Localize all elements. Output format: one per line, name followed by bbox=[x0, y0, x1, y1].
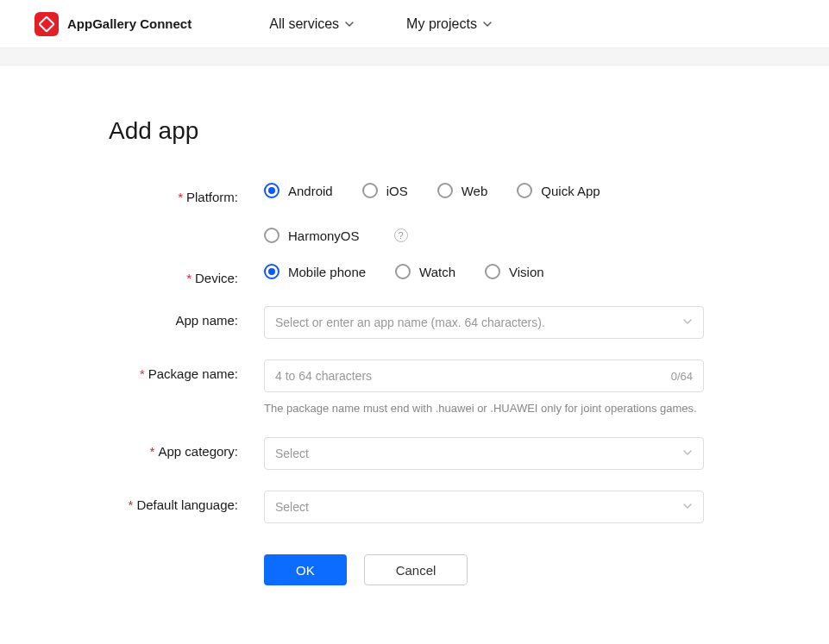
chevron-down-icon bbox=[344, 19, 355, 29]
row-platform: *Platform: Android iOS Web Quick App bbox=[109, 183, 794, 243]
nav-my-projects-label: My projects bbox=[406, 16, 477, 32]
row-device: *Device: Mobile phone Watch Vision bbox=[109, 264, 794, 285]
main-content: Add app *Platform: Android iOS Web bbox=[0, 66, 829, 644]
radio-icon bbox=[437, 183, 453, 198]
label-app-name: App name: bbox=[109, 306, 264, 328]
chevron-down-icon bbox=[682, 316, 693, 329]
nav-all-services[interactable]: All services bbox=[269, 16, 355, 32]
app-name-select[interactable]: Select or enter an app name (max. 64 cha… bbox=[264, 306, 704, 339]
radio-platform-android[interactable]: Android bbox=[264, 183, 333, 198]
package-name-counter: 0/64 bbox=[671, 370, 693, 383]
radio-label: HarmonyOS bbox=[288, 228, 360, 243]
radio-icon bbox=[485, 264, 500, 279]
label-device: *Device: bbox=[109, 264, 264, 285]
nav-all-services-label: All services bbox=[269, 16, 339, 32]
chevron-down-icon bbox=[482, 19, 493, 29]
default-language-select[interactable]: Select bbox=[264, 491, 704, 523]
radio-label: Quick App bbox=[541, 184, 600, 198]
package-name-input[interactable] bbox=[275, 369, 671, 383]
chevron-down-icon bbox=[682, 500, 693, 514]
radio-label: iOS bbox=[386, 184, 408, 198]
label-package-name: *Package name: bbox=[109, 360, 264, 381]
app-category-select[interactable]: Select bbox=[264, 437, 704, 470]
radio-icon bbox=[264, 228, 279, 243]
radio-platform-web[interactable]: Web bbox=[437, 183, 488, 198]
row-buttons: OK Cancel bbox=[109, 544, 794, 585]
default-language-placeholder: Select bbox=[275, 500, 309, 514]
row-package-name: *Package name: 0/64 The package name mus… bbox=[109, 360, 794, 416]
appgallery-logo-icon bbox=[35, 12, 59, 36]
radio-device-watch[interactable]: Watch bbox=[395, 264, 455, 279]
label-platform: *Platform: bbox=[109, 183, 264, 204]
ok-button[interactable]: OK bbox=[264, 554, 347, 585]
row-app-name: App name: Select or enter an app name (m… bbox=[109, 306, 794, 339]
radio-label: Android bbox=[288, 184, 333, 198]
package-name-input-wrapper: 0/64 bbox=[264, 360, 704, 392]
platform-radio-group: Android iOS Web Quick App HarmonyOS bbox=[264, 183, 704, 243]
package-name-hint: The package name must end with .huawei o… bbox=[264, 401, 704, 416]
radio-icon bbox=[517, 183, 532, 198]
label-app-category: *App category: bbox=[109, 437, 264, 459]
help-icon[interactable]: ? bbox=[394, 228, 408, 242]
radio-label: Watch bbox=[419, 265, 455, 279]
radio-icon bbox=[264, 264, 279, 279]
radio-device-vision[interactable]: Vision bbox=[485, 264, 544, 279]
device-radio-group: Mobile phone Watch Vision bbox=[264, 264, 544, 279]
brand-name: AppGallery Connect bbox=[67, 16, 192, 31]
spacer bbox=[0, 48, 829, 66]
radio-icon bbox=[264, 183, 279, 198]
radio-platform-quick-app[interactable]: Quick App bbox=[517, 183, 600, 198]
header: AppGallery Connect All services My proje… bbox=[0, 0, 829, 48]
label-default-language: *Default language: bbox=[109, 491, 264, 512]
radio-platform-ios[interactable]: iOS bbox=[362, 183, 408, 198]
row-default-language: *Default language: Select bbox=[109, 491, 794, 523]
radio-label: Web bbox=[462, 184, 488, 198]
radio-device-mobile[interactable]: Mobile phone bbox=[264, 264, 366, 279]
app-name-placeholder: Select or enter an app name (max. 64 cha… bbox=[275, 316, 545, 329]
row-app-category: *App category: Select bbox=[109, 437, 794, 470]
app-category-placeholder: Select bbox=[275, 447, 309, 460]
radio-icon bbox=[395, 264, 411, 279]
radio-label: Mobile phone bbox=[288, 265, 366, 279]
page-title: Add app bbox=[109, 117, 794, 145]
radio-icon bbox=[362, 183, 378, 198]
radio-label: Vision bbox=[509, 265, 544, 279]
brand[interactable]: AppGallery Connect bbox=[35, 12, 192, 36]
nav-my-projects[interactable]: My projects bbox=[406, 16, 493, 32]
top-nav: All services My projects bbox=[269, 16, 493, 32]
radio-platform-harmonyos[interactable]: HarmonyOS bbox=[264, 228, 360, 243]
cancel-button[interactable]: Cancel bbox=[364, 554, 468, 585]
chevron-down-icon bbox=[682, 447, 693, 460]
